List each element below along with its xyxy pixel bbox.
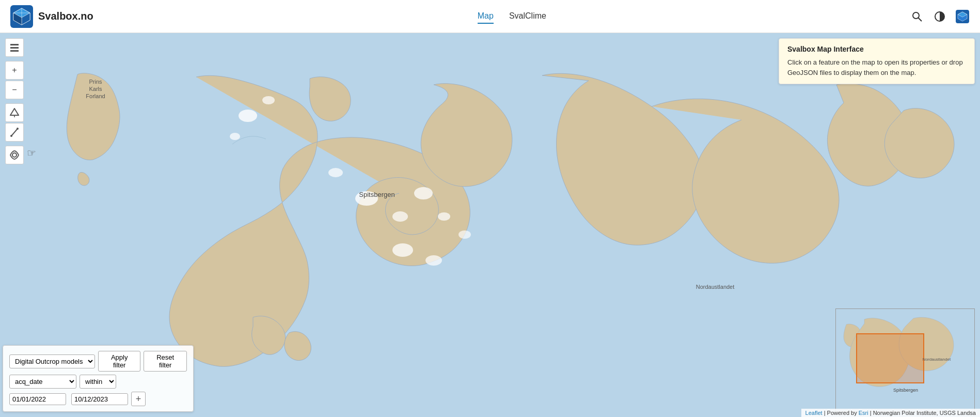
date-from-input[interactable]: [9, 393, 66, 405]
add-filter-button[interactable]: +: [131, 392, 146, 406]
reset-filter-button[interactable]: Reset filter: [144, 351, 187, 372]
left-toolbar: + −: [5, 38, 24, 164]
svg-point-36: [10, 135, 12, 137]
measure-area-button[interactable]: [5, 103, 24, 122]
svg-point-37: [17, 128, 19, 130]
apply-filter-button[interactable]: Apply filter: [98, 351, 140, 372]
header: Svalbox.no Map SvalClime: [0, 0, 980, 33]
filter-row-1: Digital Outcrop models Other Apply filte…: [9, 351, 187, 372]
svg-point-21: [328, 168, 343, 177]
svg-point-22: [392, 243, 413, 257]
zoom-out-button[interactable]: −: [5, 81, 24, 99]
svg-point-20: [438, 212, 450, 221]
logo-text: Svalbox.no: [38, 10, 93, 22]
svg-point-7: [913, 12, 919, 19]
logo-icon: [10, 5, 33, 28]
svg-rect-30: [10, 44, 19, 45]
info-box: Svalbox Map Interface Click on a feature…: [779, 38, 975, 84]
main-nav: Map SvalClime: [114, 9, 910, 24]
logo-area: Svalbox.no: [10, 5, 93, 28]
contrast-icon[interactable]: [932, 9, 947, 24]
zoom-in-button[interactable]: +: [5, 61, 24, 80]
cube-icon[interactable]: [955, 9, 970, 24]
svg-rect-32: [10, 50, 19, 52]
svg-point-17: [355, 191, 378, 206]
minimap: Spitsbergen Nordaustlandet: [835, 308, 975, 412]
svg-rect-31: [10, 47, 19, 49]
nav-map[interactable]: Map: [478, 9, 494, 24]
svg-point-14: [239, 110, 257, 122]
attribution-text: | Powered by: [824, 410, 859, 416]
svg-point-23: [425, 255, 442, 266]
dataset-select[interactable]: Digital Outcrop models Other: [9, 354, 95, 368]
esri-link[interactable]: Esri: [859, 410, 868, 416]
visibility-button[interactable]: [5, 146, 24, 164]
svg-point-38: [12, 153, 17, 157]
svg-point-18: [392, 211, 408, 222]
leaflet-link[interactable]: Leaflet: [805, 410, 823, 416]
svg-rect-40: [857, 334, 924, 383]
info-box-title: Svalbox Map Interface: [787, 45, 966, 53]
svg-point-16: [230, 133, 240, 140]
svg-point-15: [262, 96, 275, 104]
svg-point-19: [414, 187, 433, 199]
svg-text:Spitsbergen: Spitsbergen: [893, 388, 918, 393]
header-right: [910, 9, 970, 24]
condition-select[interactable]: within before after: [80, 375, 116, 389]
attribution-rest: | Norwegian Polar Institute, USGS Landsa: [870, 410, 976, 416]
filter-panel: Digital Outcrop models Other Apply filte…: [3, 345, 194, 412]
search-icon[interactable]: [910, 9, 924, 24]
attribution: Leaflet | Powered by Esri | Norwegian Po…: [801, 409, 980, 417]
map-container[interactable]: Prins Karls Forland Spitsbergen Nordaust…: [0, 33, 980, 417]
filter-row-2: acq_date name type within before after: [9, 375, 187, 389]
field-select[interactable]: acq_date name type: [9, 375, 76, 389]
svg-line-8: [919, 18, 922, 21]
svg-marker-33: [10, 109, 19, 115]
layers-button[interactable]: [5, 38, 24, 57]
measure-line-button[interactable]: [5, 123, 24, 142]
svg-line-35: [11, 129, 18, 136]
info-box-text: Click on a feature on the map to open it…: [787, 57, 966, 78]
svg-text:Nordaustlandet: Nordaustlandet: [923, 357, 951, 362]
filter-row-3: +: [9, 392, 187, 406]
nav-svalclime[interactable]: SvalClime: [509, 9, 546, 24]
date-to-input[interactable]: [71, 393, 128, 405]
svg-point-24: [459, 230, 471, 239]
